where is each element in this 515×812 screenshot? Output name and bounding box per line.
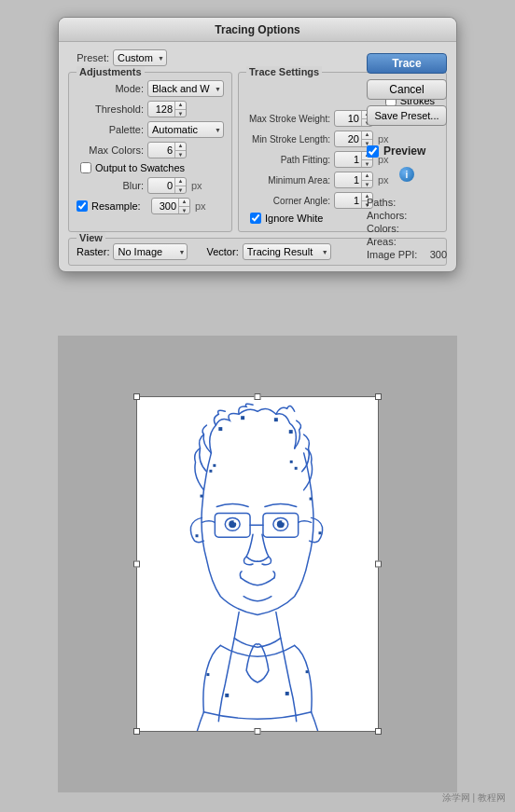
- info-icon[interactable]: i: [399, 167, 414, 182]
- dialog-title-text: Tracing Options: [215, 23, 299, 36]
- svg-point-4: [234, 520, 237, 523]
- preview-row: Preview: [367, 145, 447, 158]
- resample-up[interactable]: ▲: [179, 198, 189, 207]
- vector-select-wrap[interactable]: Tracing Result: [243, 243, 331, 260]
- raster-label: Raster:: [77, 246, 109, 257]
- palette-label: Palette:: [77, 124, 144, 135]
- trace-button[interactable]: Trace: [367, 53, 447, 74]
- palette-select[interactable]: Automatic: [147, 121, 224, 138]
- resample-value[interactable]: [152, 200, 178, 212]
- canvas-container: .sk { fill: none; stroke: #3060c0; strok…: [136, 396, 379, 732]
- button-area: Trace Cancel Save Preset... Preview i Pa…: [367, 53, 447, 262]
- ignore-white-label: Ignore White: [265, 213, 323, 224]
- blur-down[interactable]: ▼: [175, 186, 186, 195]
- dialog-title: Tracing Options: [59, 18, 456, 42]
- save-preset-button[interactable]: Save Preset...: [367, 105, 447, 126]
- cancel-button[interactable]: Cancel: [367, 79, 447, 100]
- palette-select-wrap[interactable]: Automatic: [147, 121, 224, 138]
- vector-select[interactable]: Tracing Result: [243, 243, 331, 260]
- preview-checkbox[interactable]: [367, 145, 379, 158]
- canvas-area: .sk { fill: none; stroke: #3060c0; strok…: [58, 336, 457, 792]
- ignore-white-wrap[interactable]: Ignore White: [250, 213, 323, 224]
- threshold-value[interactable]: 128: [148, 103, 174, 115]
- adjustments-panel: Adjustments Mode: Black and White Thresh…: [68, 72, 232, 232]
- face-sketch-svg: .sk { fill: none; stroke: #3060c0; strok…: [137, 397, 378, 731]
- resample-checkbox[interactable]: [77, 200, 88, 212]
- svg-rect-10: [295, 467, 298, 470]
- svg-rect-23: [306, 670, 309, 673]
- svg-rect-12: [218, 427, 222, 431]
- max-stroke-weight-label: Max Stroke Weight:: [246, 114, 330, 124]
- preview-label: Preview: [383, 145, 425, 158]
- max-colors-input[interactable]: 6 ▲ ▼: [147, 142, 187, 158]
- svg-rect-15: [289, 430, 293, 434]
- threshold-label: Threshold:: [77, 103, 144, 115]
- blur-up[interactable]: ▲: [175, 177, 186, 186]
- anchors-label: Anchors:: [367, 210, 407, 221]
- mode-row: Mode: Black and White: [77, 80, 224, 97]
- areas-stat-row: Areas:: [367, 236, 447, 247]
- min-stroke-length-label: Min Stroke Length:: [246, 134, 330, 145]
- resample-unit: px: [195, 200, 206, 212]
- minimum-area-label: Minimum Area:: [246, 175, 330, 186]
- threshold-arrows: ▲ ▼: [174, 101, 186, 117]
- max-colors-value[interactable]: 6: [148, 145, 174, 156]
- blur-input[interactable]: ▲ ▼: [147, 177, 187, 194]
- areas-label: Areas:: [367, 236, 397, 247]
- watermark: 涂学网 | 教程网: [442, 791, 506, 805]
- minimum-area-value[interactable]: [335, 174, 361, 186]
- svg-rect-14: [274, 418, 278, 421]
- output-swatches-wrap[interactable]: Output to Swatches: [80, 162, 185, 173]
- path-fitting-value[interactable]: [335, 154, 361, 165]
- paths-label: Paths:: [367, 197, 396, 208]
- stats-area: Paths: Anchors: Colors: Areas: Image PPI…: [367, 193, 447, 262]
- max-colors-up[interactable]: ▲: [175, 142, 186, 151]
- max-stroke-weight-value[interactable]: [335, 113, 361, 124]
- vector-item: Vector: Tracing Result: [206, 243, 330, 260]
- resample-row: Resample: ▲ ▼ px: [77, 198, 224, 214]
- paths-stat-row: Paths:: [367, 197, 447, 208]
- svg-rect-20: [225, 694, 229, 697]
- max-colors-arrows: ▲ ▼: [174, 142, 186, 158]
- colors-stat-row: Colors:: [367, 223, 447, 234]
- tracing-options-dialog: Tracing Options Preset: Custom Adjustmen…: [58, 17, 457, 272]
- output-swatches-checkbox[interactable]: [80, 162, 91, 173]
- blur-label: Blur:: [77, 180, 144, 191]
- corner-angle-value[interactable]: [335, 195, 361, 206]
- max-colors-down[interactable]: ▼: [175, 151, 186, 159]
- colors-label: Colors:: [367, 223, 399, 234]
- blur-value[interactable]: [148, 180, 174, 191]
- resample-down[interactable]: ▼: [179, 207, 189, 215]
- svg-point-7: [282, 520, 285, 523]
- output-swatches-row: Output to Swatches: [77, 162, 224, 173]
- mode-select[interactable]: Black and White: [147, 80, 224, 97]
- raster-select[interactable]: No Image: [113, 243, 188, 260]
- threshold-up[interactable]: ▲: [175, 101, 186, 110]
- output-swatches-label: Output to Swatches: [95, 162, 185, 173]
- threshold-down[interactable]: ▼: [175, 110, 186, 118]
- raster-item: Raster: No Image: [77, 243, 188, 260]
- min-stroke-length-value[interactable]: [335, 133, 361, 145]
- resample-checkbox-wrap[interactable]: Resample:: [77, 200, 147, 212]
- preset-select-wrap[interactable]: Custom: [113, 49, 167, 66]
- corner-angle-label: Corner Angle:: [246, 196, 330, 206]
- raster-select-wrap[interactable]: No Image: [113, 243, 188, 260]
- resample-label: Resample:: [91, 200, 141, 212]
- blur-row: Blur: ▲ ▼ px: [77, 177, 224, 194]
- threshold-input[interactable]: 128 ▲ ▼: [147, 101, 187, 117]
- svg-rect-21: [285, 692, 289, 695]
- svg-rect-17: [310, 498, 313, 501]
- svg-rect-22: [206, 673, 209, 676]
- blur-unit: px: [191, 180, 202, 191]
- palette-row: Palette: Automatic: [77, 121, 224, 138]
- preset-select[interactable]: Custom: [113, 49, 167, 66]
- ignore-white-checkbox[interactable]: [250, 213, 261, 224]
- resample-input[interactable]: ▲ ▼: [151, 198, 190, 214]
- mode-select-wrap[interactable]: Black and White: [147, 80, 224, 97]
- threshold-row: Threshold: 128 ▲ ▼: [77, 101, 224, 117]
- adjustments-title: Adjustments: [77, 66, 145, 77]
- svg-rect-8: [209, 470, 212, 473]
- image-ppi-value: 300: [430, 249, 447, 260]
- view-title: View: [77, 232, 105, 243]
- svg-rect-13: [241, 416, 244, 420]
